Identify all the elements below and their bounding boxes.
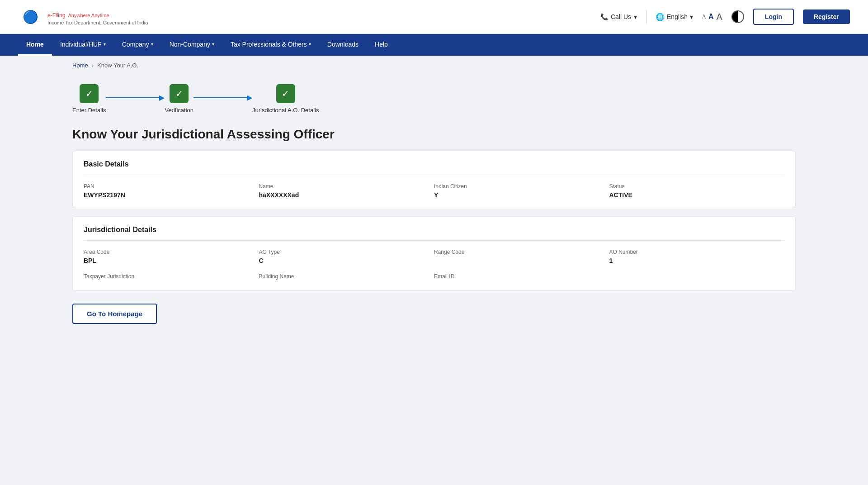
nav-non-company-label: Non-Company [170, 41, 210, 48]
chevron-down-icon: ▾ [212, 42, 214, 47]
nav-company-label: Company [122, 41, 149, 48]
jurisdictional-details-card: Jurisdictional Details Area Code BPL AO … [72, 216, 796, 291]
language-button[interactable]: 🌐 English ▾ [656, 13, 693, 21]
nav-non-company[interactable]: Non-Company ▾ [161, 34, 222, 56]
step-1-circle: ✓ [80, 84, 99, 103]
step-3-label: Jurisdictional A.O. Details [252, 107, 319, 114]
nav-downloads[interactable]: Downloads [319, 34, 367, 56]
field-area-code: Area Code BPL [84, 249, 259, 264]
step-1-label: Enter Details [72, 107, 106, 114]
step-line [106, 97, 160, 98]
breadcrumb-separator: › [92, 62, 94, 69]
nav-home-label: Home [26, 41, 44, 48]
step-arrow-icon: ▶ [159, 93, 165, 102]
field-indian-citizen: Indian Citizen Y [434, 183, 609, 199]
indian-citizen-label: Indian Citizen [434, 183, 600, 190]
ao-number-label: AO Number [609, 249, 776, 255]
chevron-down-icon: ▾ [151, 42, 153, 47]
phone-icon: 📞 [600, 13, 608, 20]
status-value: ACTIVE [609, 191, 776, 199]
jurisdictional-title: Jurisdictional Details [84, 226, 784, 241]
jurisdictional-row2: Taxpayer Jurisdiction Building Name Emai… [84, 273, 784, 281]
name-label: Name [259, 183, 425, 190]
chevron-down-icon: ▾ [309, 42, 311, 47]
nav-individual-huf[interactable]: Individual/HUF ▾ [52, 34, 114, 56]
font-controls: A A A [702, 12, 722, 22]
chevron-down-icon: ▾ [634, 13, 637, 20]
navbar: Home Individual/HUF ▾ Company ▾ Non-Comp… [0, 34, 868, 56]
step-2: ✓ Verification [165, 84, 193, 114]
field-ao-type: AO Type C [259, 249, 434, 264]
ao-type-value: C [259, 257, 425, 264]
basic-details-card: Basic Details PAN EWYPS2197N Name haXXXX… [72, 151, 796, 208]
ao-number-value: 1 [609, 257, 776, 264]
chevron-down-icon: ▾ [690, 13, 693, 20]
range-code-label: Range Code [434, 249, 600, 255]
go-to-homepage-button[interactable]: Go To Homepage [72, 304, 157, 324]
language-label: English [667, 13, 688, 20]
name-value: haXXXXXXad [259, 191, 425, 199]
main-content: ✓ Enter Details ▶ ✓ Verification ▶ ✓ Jur… [0, 75, 868, 342]
emblem-icon: 🔵 [18, 5, 43, 29]
logo-area: 🔵 e-Filing Anywhere Anytime Income Tax D… [18, 5, 148, 29]
email-id-label: Email ID [434, 273, 600, 280]
step-1: ✓ Enter Details [72, 84, 106, 114]
step-connector-2: ▶ [193, 93, 252, 102]
nav-downloads-label: Downloads [327, 41, 359, 48]
font-mid-button[interactable]: A [708, 13, 714, 21]
step-line [193, 97, 248, 98]
field-placeholder [609, 273, 785, 281]
nav-help[interactable]: Help [367, 34, 396, 56]
nav-individual-label: Individual/HUF [60, 41, 102, 48]
nav-company[interactable]: Company ▾ [114, 34, 161, 56]
nav-tax-label: Tax Professionals & Others [231, 41, 307, 48]
taxpayer-jurisdiction-label: Taxpayer Jurisdiction [84, 273, 250, 280]
step-2-circle: ✓ [170, 84, 189, 103]
field-name: Name haXXXXXXad [259, 183, 434, 199]
login-button[interactable]: Login [753, 9, 794, 25]
font-large-button[interactable]: A [717, 12, 722, 22]
logo-efiling: e-Filing Anywhere Anytime [47, 8, 148, 20]
field-status: Status ACTIVE [609, 183, 785, 199]
call-us-button[interactable]: 📞 Call Us ▾ [600, 13, 637, 20]
call-us-label: Call Us [611, 13, 631, 20]
chevron-down-icon: ▾ [104, 42, 106, 47]
dept-label: Income Tax Department, Government of Ind… [47, 20, 148, 25]
step-arrow-icon: ▶ [247, 93, 252, 102]
stepper: ✓ Enter Details ▶ ✓ Verification ▶ ✓ Jur… [72, 84, 796, 114]
nav-home[interactable]: Home [18, 34, 52, 56]
page-title: Know Your Jurisdictional Assessing Offic… [72, 127, 796, 142]
header-right: 📞 Call Us ▾ 🌐 English ▾ A A A Login Regi… [600, 9, 850, 25]
pan-label: PAN [84, 183, 250, 190]
register-button[interactable]: Register [803, 10, 850, 24]
building-name-label: Building Name [259, 273, 425, 280]
area-code-value: BPL [84, 257, 250, 264]
basic-details-fields: PAN EWYPS2197N Name haXXXXXXad Indian Ci… [84, 183, 784, 199]
basic-details-title: Basic Details [84, 160, 784, 175]
field-ao-number: AO Number 1 [609, 249, 785, 264]
status-label: Status [609, 183, 776, 190]
breadcrumb-current: Know Your A.O. [97, 62, 138, 69]
area-code-label: Area Code [84, 249, 250, 255]
field-pan: PAN EWYPS2197N [84, 183, 259, 199]
step-connector-1: ▶ [106, 93, 165, 102]
jurisdictional-row1: Area Code BPL AO Type C Range Code AO Nu… [84, 249, 784, 264]
step-3-circle: ✓ [276, 84, 295, 103]
field-building-name: Building Name [259, 273, 434, 281]
efiling-tagline: Anywhere Anytime [68, 13, 109, 18]
header: 🔵 e-Filing Anywhere Anytime Income Tax D… [0, 0, 868, 34]
contrast-button[interactable] [731, 10, 744, 23]
nav-tax-professionals[interactable]: Tax Professionals & Others ▾ [222, 34, 319, 56]
font-small-button[interactable]: A [702, 14, 706, 20]
ao-type-label: AO Type [259, 249, 425, 255]
nav-help-label: Help [375, 41, 388, 48]
divider [646, 10, 646, 24]
logo-text: e-Filing Anywhere Anytime Income Tax Dep… [47, 8, 148, 25]
breadcrumb-home-link[interactable]: Home [72, 62, 88, 69]
pan-value: EWYPS2197N [84, 191, 250, 199]
step-2-label: Verification [165, 107, 193, 114]
step-3: ✓ Jurisdictional A.O. Details [252, 84, 319, 114]
breadcrumb: Home › Know Your A.O. [0, 56, 868, 75]
field-taxpayer-jurisdiction: Taxpayer Jurisdiction [84, 273, 259, 281]
globe-icon: 🌐 [656, 13, 665, 21]
